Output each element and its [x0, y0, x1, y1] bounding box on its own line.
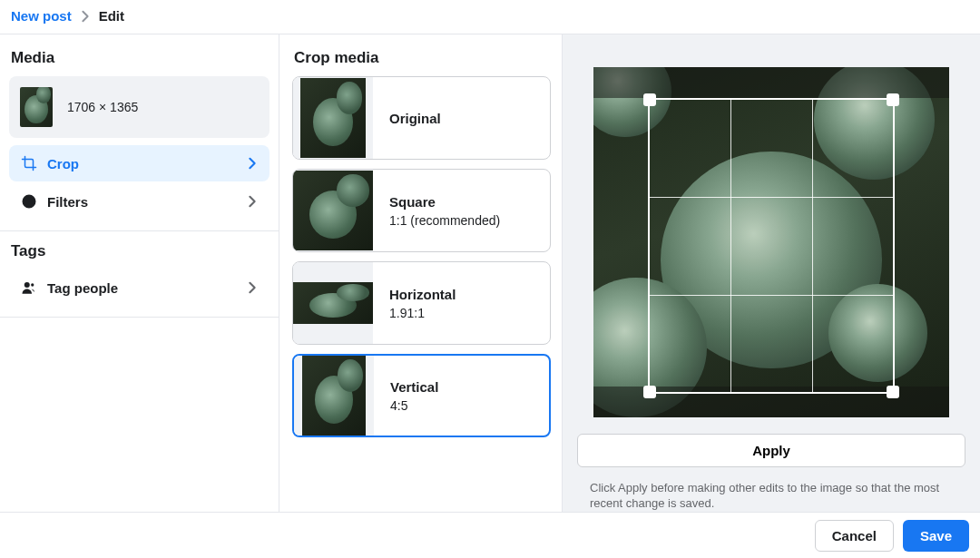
breadcrumb-back-link[interactable]: New post — [11, 8, 72, 24]
save-button[interactable]: Save — [903, 520, 969, 552]
crop-option-ratio: 1:1 (recommended) — [389, 213, 500, 228]
footer-bar: Cancel Save — [0, 512, 980, 558]
crop-option-square[interactable]: Square 1:1 (recommended) — [292, 169, 551, 252]
svg-point-1 — [31, 283, 34, 286]
sidebar-item-label: Filters — [47, 194, 246, 210]
crop-handle-bottom-left[interactable] — [643, 386, 656, 398]
chevron-right-icon — [246, 157, 259, 170]
sidebar-item-filters[interactable]: Filters — [9, 183, 270, 220]
crop-option-ratio: 4:5 — [390, 398, 438, 413]
apply-button[interactable]: Apply — [577, 434, 965, 467]
crop-option-name: Original — [389, 111, 441, 126]
crop-option-horizontal[interactable]: Horizontal 1.91:1 — [292, 261, 551, 345]
crop-option-thumb — [293, 262, 373, 344]
chevron-right-icon — [246, 281, 259, 294]
tags-section-title: Tags — [11, 242, 270, 260]
chevron-right-icon — [246, 195, 259, 208]
apply-hint-text: Click Apply before making other edits to… — [590, 480, 962, 512]
divider — [0, 317, 279, 318]
media-list-item[interactable]: 1706 × 1365 — [9, 76, 270, 138]
crop-icon — [20, 154, 38, 172]
crop-handle-top-right[interactable] — [887, 93, 899, 106]
tag-people-icon — [20, 279, 38, 297]
crop-panel-title: Crop media — [294, 49, 551, 67]
sidebar-item-tag-people[interactable]: Tag people — [9, 269, 270, 306]
filters-icon — [20, 192, 38, 210]
chevron-right-icon — [79, 10, 92, 23]
breadcrumb: New post Edit — [0, 0, 980, 34]
crop-handle-bottom-right[interactable] — [887, 386, 899, 398]
media-thumbnail — [20, 87, 53, 127]
media-section-title: Media — [11, 49, 270, 67]
crop-frame[interactable] — [648, 98, 895, 394]
media-dimensions: 1706 × 1365 — [67, 100, 138, 114]
breadcrumb-current: Edit — [99, 8, 124, 24]
svg-point-0 — [24, 282, 30, 288]
crop-handle-top-left[interactable] — [643, 93, 656, 106]
crop-option-ratio: 1.91:1 — [389, 306, 456, 320]
sidebar-item-label: Tag people — [47, 280, 246, 296]
crop-option-name: Horizontal — [389, 287, 456, 302]
cancel-button[interactable]: Cancel — [815, 520, 894, 552]
crop-preview-panel: Apply Click Apply before making other ed… — [563, 34, 980, 512]
crop-option-thumb — [293, 170, 373, 251]
crop-option-thumb — [294, 356, 374, 436]
left-sidebar: Media 1706 × 1365 Crop Filters — [0, 34, 279, 512]
sidebar-item-crop[interactable]: Crop — [9, 145, 270, 181]
crop-option-original[interactable]: Original — [292, 76, 551, 160]
divider — [0, 230, 279, 231]
main-area: Media 1706 × 1365 Crop Filters — [0, 34, 980, 512]
crop-option-name: Square — [389, 194, 500, 210]
crop-options-panel: Crop media Original Square 1:1 (recommen… — [279, 34, 563, 512]
crop-preview-stage[interactable] — [593, 67, 949, 417]
crop-option-name: Vertical — [390, 379, 438, 395]
sidebar-item-label: Crop — [47, 156, 246, 171]
crop-option-vertical[interactable]: Vertical 4:5 — [292, 354, 551, 437]
crop-option-thumb — [293, 77, 373, 159]
